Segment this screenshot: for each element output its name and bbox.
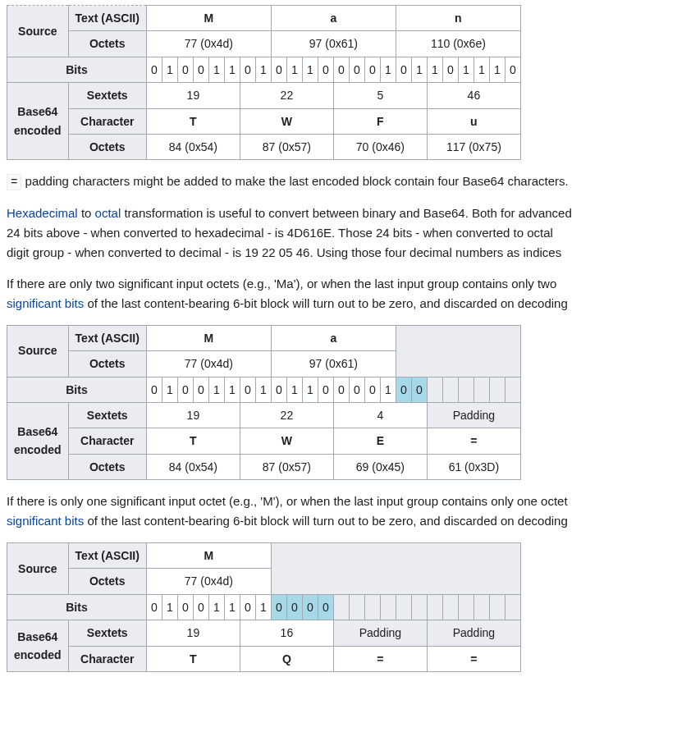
enc-oct-cell: 70 (0x46) (333, 134, 427, 159)
para-text: to (78, 206, 95, 220)
bit-cell: 1 (162, 594, 177, 620)
th-bits: Bits (7, 377, 147, 402)
para-text: digit group - when converted to decimal … (7, 245, 561, 259)
src-char-0: M (146, 6, 271, 31)
th-source: Source (7, 6, 69, 57)
bit-cell: 0 (240, 377, 255, 402)
bit-empty (505, 594, 520, 620)
base64-l2: encoded (14, 648, 62, 661)
bit-empty (364, 594, 380, 620)
link-significant-bits[interactable]: significant bits (7, 296, 84, 310)
empty-cell (396, 325, 520, 377)
th-octets-enc: Octets (68, 454, 146, 479)
src-oct: 77 (0x4d) (146, 351, 271, 377)
th-base64: Base64encoded (7, 83, 69, 160)
th-character: Character (68, 428, 146, 454)
src-oct-2: 110 (0x6e) (396, 31, 520, 57)
para-text: of the last content-bearing 6-bit block … (84, 296, 568, 310)
bit-cell: 1 (489, 57, 505, 82)
bit-cell: 1 (380, 57, 396, 82)
bit-cell: 0 (396, 57, 411, 82)
base64-l1: Base64 (17, 630, 57, 643)
bit-cell: 1 (255, 57, 271, 82)
th-text-ascii: Text (ASCII) (68, 6, 146, 31)
src-char: M (146, 325, 271, 350)
bit-empty (474, 594, 489, 620)
bit-pad-cell: 0 (271, 594, 286, 620)
enc-oct-cell: 117 (0x75) (427, 134, 520, 159)
bit-cell: 0 (193, 377, 208, 402)
bit-cell: 0 (505, 57, 520, 82)
th-sextets: Sextets (68, 402, 146, 428)
sextet-cell: 22 (240, 83, 333, 108)
bit-cell: 1 (302, 377, 318, 402)
bit-pad-cell: 0 (396, 377, 411, 402)
th-text-ascii: Text (ASCII) (68, 325, 146, 350)
char-cell: T (146, 646, 240, 671)
bit-cell: 1 (255, 377, 271, 402)
th-sextets: Sextets (68, 83, 146, 108)
char-cell: T (146, 108, 240, 134)
src-char: a (271, 325, 396, 350)
bit-cell: 1 (380, 377, 396, 402)
bit-empty (505, 377, 520, 402)
para-padding: = padding characters might be added to m… (7, 172, 693, 191)
char-cell: = (427, 646, 520, 671)
bit-empty (380, 594, 396, 620)
th-character: Character (68, 646, 146, 671)
bit-cell: 0 (177, 594, 193, 620)
bit-pad-cell: 0 (318, 594, 333, 620)
para-one-octet: If there is only one significant input o… (7, 492, 693, 531)
bit-cell: 1 (224, 377, 240, 402)
char-cell: T (146, 428, 240, 454)
bit-cell: 0 (318, 57, 333, 82)
bit-cell: 0 (146, 594, 162, 620)
bit-cell: 1 (474, 57, 489, 82)
encoding-table-m: Source Text (ASCII) M Octets 77 (0x4d) B… (7, 542, 521, 672)
para-text: If there are only two significant input … (7, 277, 556, 291)
bit-cell: 0 (271, 377, 286, 402)
enc-oct-cell: 87 (0x57) (240, 134, 333, 159)
src-oct-0: 77 (0x4d) (146, 31, 271, 57)
bit-cell: 0 (333, 57, 349, 82)
bit-empty (489, 594, 505, 620)
sextet-cell: 4 (333, 402, 427, 428)
th-bits: Bits (7, 594, 147, 620)
bit-empty (458, 377, 474, 402)
bit-pad-cell: 0 (302, 594, 318, 620)
bit-cell: 1 (208, 377, 224, 402)
char-cell: F (333, 108, 427, 134)
bit-cell: 1 (411, 57, 427, 82)
src-oct: 97 (0x61) (271, 351, 396, 377)
bit-empty (396, 594, 411, 620)
bit-cell: 1 (162, 377, 177, 402)
bit-empty (333, 594, 349, 620)
base64-l2: encoded (14, 124, 62, 137)
bit-empty (489, 377, 505, 402)
th-bits: Bits (7, 57, 147, 82)
bit-cell: 1 (302, 57, 318, 82)
sextet-cell: 16 (240, 620, 333, 646)
para-text: If there is only one significant input o… (7, 494, 568, 508)
para-text: of the last content-bearing 6-bit block … (84, 514, 568, 528)
char-cell: E (333, 428, 427, 454)
link-hexadecimal[interactable]: Hexadecimal (7, 206, 78, 220)
encoding-table-man: Source Text (ASCII) M a n Octets 77 (0x4… (7, 5, 521, 160)
sextet-cell: 46 (427, 83, 520, 108)
bit-empty (442, 377, 458, 402)
bit-cell: 0 (271, 57, 286, 82)
equals-code: = (7, 174, 21, 190)
bit-cell: 1 (208, 57, 224, 82)
link-octal[interactable]: octal (95, 206, 121, 220)
char-cell: u (427, 108, 520, 134)
bit-cell: 1 (162, 57, 177, 82)
bit-empty (349, 594, 364, 620)
bit-empty (458, 594, 474, 620)
link-significant-bits-2[interactable]: significant bits (7, 514, 84, 528)
para-text: transformation is useful to convert betw… (121, 206, 572, 220)
bit-empty (427, 377, 442, 402)
bit-cell: 0 (193, 594, 208, 620)
bit-cell: 1 (427, 57, 442, 82)
src-char-1: a (271, 6, 396, 31)
sextet-cell: 22 (240, 402, 333, 428)
